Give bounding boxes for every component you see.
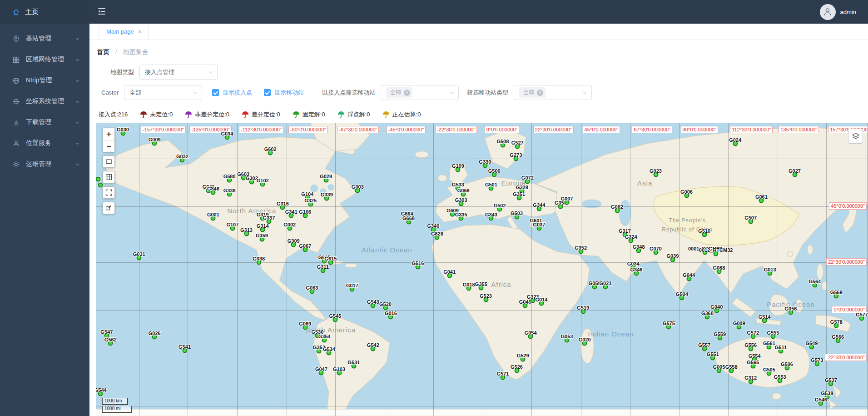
station-marker[interactable]: G044 bbox=[686, 276, 691, 281]
tab-close-icon[interactable]: × bbox=[138, 29, 142, 35]
station-marker[interactable]: G537 bbox=[828, 381, 833, 386]
station-marker[interactable]: G566 bbox=[835, 338, 840, 343]
station-marker[interactable]: G005 bbox=[716, 368, 721, 373]
station-marker[interactable]: G047 bbox=[319, 371, 324, 376]
station-marker[interactable]: G572 bbox=[750, 334, 755, 339]
station-marker[interactable]: G338 bbox=[227, 191, 232, 196]
station-marker[interactable]: G510 bbox=[702, 232, 707, 237]
station-marker[interactable]: G067 bbox=[303, 247, 308, 252]
station-marker[interactable]: G038 bbox=[256, 260, 261, 265]
station-marker[interactable]: G339 bbox=[324, 195, 329, 200]
station-marker[interactable]: G516 bbox=[415, 264, 420, 269]
station-marker[interactable]: G324 bbox=[629, 238, 634, 243]
station-marker[interactable]: G002 bbox=[287, 226, 292, 231]
station-marker[interactable]: G359 bbox=[259, 237, 264, 242]
station-marker[interactable]: G027 bbox=[792, 172, 797, 177]
station-marker[interactable]: G549 bbox=[809, 345, 814, 350]
station-marker[interactable]: G609 bbox=[450, 212, 455, 217]
station-marker[interactable]: G023 bbox=[653, 172, 658, 177]
station-marker[interactable]: G018 bbox=[466, 286, 471, 291]
station-marker[interactable]: G501 bbox=[489, 186, 494, 191]
station-marker[interactable]: G341 bbox=[289, 213, 294, 218]
station-marker[interactable]: G311 bbox=[320, 268, 325, 273]
station-marker[interactable]: G571 bbox=[500, 375, 505, 380]
station-marker[interactable]: 0012_RTCM32 bbox=[714, 251, 719, 256]
station-marker[interactable]: G006 bbox=[684, 193, 689, 198]
station-marker[interactable]: G316 bbox=[280, 205, 285, 210]
station-marker[interactable]: G041 bbox=[447, 273, 452, 278]
checkbox-checked-icon[interactable] bbox=[264, 89, 271, 96]
station-marker[interactable]: G531 bbox=[351, 364, 356, 369]
station-marker[interactable]: G551 bbox=[710, 356, 715, 361]
station-marker[interactable]: G514 bbox=[762, 318, 767, 323]
breadcrumb-home[interactable]: 首页 bbox=[97, 48, 109, 55]
zoom-extent-button[interactable] bbox=[103, 155, 115, 168]
station-marker[interactable]: G575 bbox=[666, 324, 671, 329]
station-marker[interactable]: G556 bbox=[748, 346, 753, 351]
station-marker[interactable]: G016 bbox=[388, 314, 393, 319]
rover-type-select[interactable]: 全部 bbox=[514, 85, 592, 100]
station-marker[interactable]: G511 bbox=[778, 348, 783, 353]
sidebar-menu-item[interactable]: 基站管理 bbox=[0, 28, 89, 49]
tag-close-icon[interactable] bbox=[404, 90, 410, 96]
station-marker[interactable]: G009 bbox=[737, 324, 742, 329]
station-marker[interactable]: G049 bbox=[523, 303, 528, 308]
show-access-points-checkbox[interactable]: 显示接入点 bbox=[212, 89, 252, 97]
station-marker[interactable]: G348 bbox=[636, 248, 641, 253]
station-marker[interactable]: G555 bbox=[770, 334, 775, 339]
station-marker[interactable]: G523 bbox=[483, 297, 488, 302]
station-marker[interactable]: G353 bbox=[317, 348, 322, 353]
show-rovers-checkbox[interactable]: 显示移动站 bbox=[264, 89, 304, 97]
station-marker[interactable]: G573 bbox=[814, 361, 819, 366]
station-marker[interactable]: G003 bbox=[355, 188, 360, 193]
station-marker[interactable]: G559 bbox=[717, 335, 722, 340]
sidebar-menu-item[interactable]: 运维管理 bbox=[0, 154, 89, 175]
station-marker[interactable]: G273 bbox=[513, 156, 518, 161]
station-marker[interactable]: G070 bbox=[653, 250, 658, 255]
station-marker[interactable]: G014 bbox=[539, 301, 544, 306]
station-marker[interactable]: G031 bbox=[137, 256, 142, 261]
station-marker[interactable]: G312 bbox=[748, 379, 753, 384]
station-marker[interactable]: G529 bbox=[521, 356, 526, 361]
station-marker[interactable]: G628 bbox=[435, 235, 440, 240]
station-marker[interactable]: G668 bbox=[406, 220, 411, 225]
zoom-out-button[interactable]: − bbox=[103, 140, 114, 152]
zoom-in-button[interactable]: + bbox=[103, 128, 114, 140]
station-marker[interactable]: G553 bbox=[778, 378, 783, 383]
station-marker[interactable]: G545 bbox=[333, 317, 338, 322]
station-marker[interactable]: G040 bbox=[714, 308, 719, 313]
station-marker[interactable]: G088 bbox=[716, 269, 721, 274]
station-marker[interactable]: G344 bbox=[536, 206, 541, 211]
station-marker[interactable]: G037 bbox=[536, 226, 541, 231]
station-dot[interactable] bbox=[98, 183, 103, 188]
station-marker[interactable]: G009 bbox=[152, 140, 157, 145]
station-marker[interactable]: G544 bbox=[98, 391, 103, 396]
station-marker[interactable]: G546 bbox=[818, 401, 823, 406]
station-marker[interactable]: G109 bbox=[456, 167, 461, 172]
station-marker[interactable]: G103 bbox=[337, 371, 342, 376]
station-marker[interactable]: G520 bbox=[383, 305, 388, 310]
user-menu[interactable]: admin bbox=[820, 4, 856, 20]
station-marker[interactable]: G343 bbox=[489, 216, 494, 221]
station-marker[interactable]: G303 bbox=[459, 201, 464, 206]
map-type-select[interactable]: 接入点管理 bbox=[139, 65, 218, 80]
station-marker[interactable]: G354 bbox=[322, 337, 327, 342]
station-marker[interactable]: G330 bbox=[482, 163, 487, 168]
station-marker[interactable]: G061 bbox=[759, 198, 764, 203]
station-dot[interactable] bbox=[96, 176, 101, 181]
station-marker[interactable]: G355 bbox=[479, 286, 484, 291]
station-marker[interactable]: G335 bbox=[459, 216, 464, 221]
tag-close-icon[interactable] bbox=[537, 90, 543, 96]
station-marker[interactable] bbox=[98, 183, 103, 188]
station-marker[interactable]: G325 bbox=[308, 202, 313, 207]
station-marker[interactable]: G503 bbox=[514, 215, 519, 220]
station-marker[interactable]: G346 bbox=[634, 271, 639, 276]
station-marker[interactable]: G534 bbox=[327, 351, 332, 356]
station-marker[interactable]: G557 bbox=[702, 346, 707, 351]
station-marker[interactable]: G505 bbox=[767, 371, 772, 376]
draw-control-button[interactable] bbox=[103, 202, 115, 214]
station-marker[interactable]: G068 bbox=[461, 191, 466, 196]
station-marker[interactable]: G508 bbox=[500, 143, 505, 148]
station-marker[interactable]: G039 bbox=[670, 257, 675, 262]
station-marker[interactable]: G001 bbox=[211, 216, 216, 221]
